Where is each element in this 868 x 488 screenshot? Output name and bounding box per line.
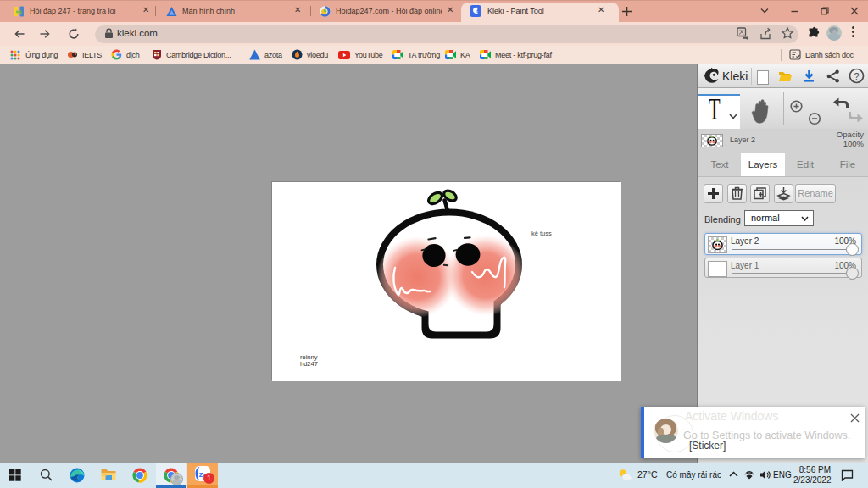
svg-text:hd247: hd247 xyxy=(300,360,318,368)
svg-text:?: ? xyxy=(854,71,859,81)
svg-text:kệ tuss: kệ tuss xyxy=(531,230,552,237)
